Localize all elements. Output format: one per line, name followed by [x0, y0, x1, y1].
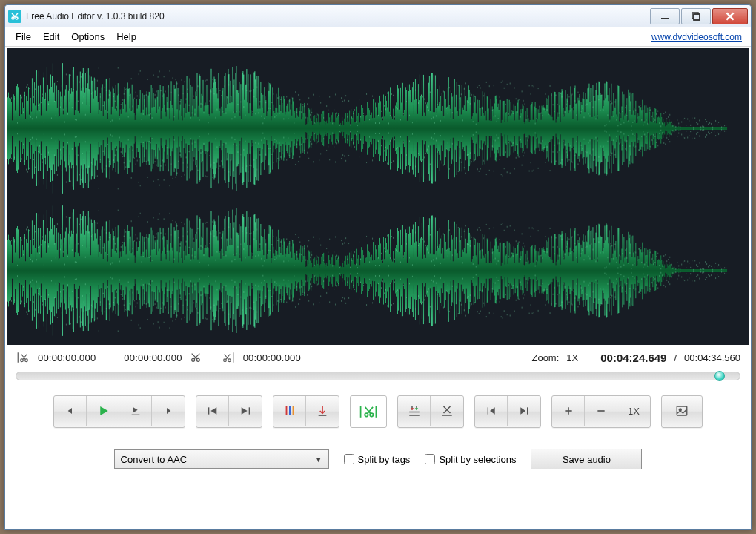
- menubar: File Edit Options Help www.dvdvideosoft.…: [5, 27, 751, 47]
- bottom-row: Convert to AAC ▼ Split by tags Split by …: [5, 438, 751, 484]
- svg-point-10: [223, 359, 226, 362]
- prev-frame-button[interactable]: [54, 396, 87, 426]
- zoom-out-button[interactable]: [585, 396, 617, 426]
- svg-rect-26: [527, 407, 528, 414]
- playhead-cursor: [723, 48, 723, 345]
- convert-format-value: Convert to AAC: [121, 454, 188, 465]
- selection-start-time: 00:00:00.000: [38, 352, 96, 363]
- save-audio-label: Save audio: [563, 454, 611, 465]
- snapshot-button[interactable]: [662, 396, 702, 426]
- cut-selection-button[interactable]: [350, 395, 387, 428]
- next-frame-button[interactable]: [152, 396, 185, 426]
- svg-rect-25: [487, 407, 488, 414]
- svg-rect-2: [661, 18, 669, 19]
- svg-point-8: [191, 358, 194, 361]
- edit-group: [397, 395, 464, 428]
- zoom-in-button[interactable]: [552, 396, 585, 426]
- scissors-icon: [190, 352, 202, 363]
- svg-rect-30: [677, 406, 687, 415]
- split-by-tags-label: Split by tags: [358, 454, 411, 465]
- markers-button[interactable]: [273, 396, 306, 426]
- app-window: Free Audio Editor v. 1.0.3 build 820 Fil…: [4, 4, 752, 530]
- svg-point-20: [365, 413, 368, 417]
- app-icon: [8, 10, 21, 23]
- clip-time: 00:00:00.000: [243, 352, 301, 363]
- skip-group: [196, 395, 262, 428]
- minimize-button[interactable]: [650, 8, 680, 24]
- time-separator: /: [674, 352, 677, 363]
- svg-rect-4: [694, 14, 700, 20]
- zoom-value: 1X: [566, 352, 578, 363]
- timecode-row: 00:00:00.000 00:00:00.000 00:00:00.000 Z…: [5, 345, 751, 367]
- delete-button[interactable]: [431, 396, 463, 426]
- svg-rect-13: [208, 407, 209, 414]
- menu-file[interactable]: File: [10, 30, 37, 44]
- play-selection-button[interactable]: [119, 396, 152, 426]
- skip-forward-button[interactable]: [229, 396, 262, 426]
- skip-back-button[interactable]: [196, 396, 229, 426]
- zoom-level-button[interactable]: 1X: [617, 396, 650, 426]
- add-marker-button[interactable]: [306, 396, 339, 426]
- save-audio-button[interactable]: Save audio: [531, 449, 642, 469]
- close-button[interactable]: [712, 8, 748, 24]
- position-time: 00:04:24.649: [600, 352, 666, 364]
- maximize-button[interactable]: [681, 8, 711, 24]
- zoom-label: Zoom:: [531, 352, 559, 363]
- goto-group: [474, 395, 541, 428]
- goto-start-button[interactable]: [475, 396, 508, 426]
- split-by-selections-input[interactable]: [425, 454, 435, 464]
- svg-point-0: [12, 17, 14, 19]
- svg-rect-3: [692, 13, 698, 19]
- play-button[interactable]: [87, 396, 119, 426]
- split-by-selections-checkbox[interactable]: Split by selections: [425, 454, 516, 465]
- titlebar: Free Audio Editor v. 1.0.3 build 820: [5, 5, 751, 27]
- svg-rect-5: [694, 14, 700, 20]
- split-by-tags-input[interactable]: [344, 454, 354, 464]
- window-title: Free Audio Editor v. 1.0.3 build 820: [26, 11, 650, 22]
- selection-start-icon: [16, 351, 30, 364]
- menu-options[interactable]: Options: [65, 30, 110, 44]
- svg-rect-12: [131, 415, 139, 415]
- vendor-link[interactable]: www.dvdvideosoft.com: [651, 32, 746, 42]
- snapshot-group: [661, 395, 703, 428]
- zoom-group: 1X: [551, 395, 651, 428]
- split-by-selections-label: Split by selections: [439, 454, 516, 465]
- svg-point-11: [228, 359, 231, 362]
- progress-knob[interactable]: [714, 371, 725, 381]
- chevron-down-icon: ▼: [315, 455, 322, 464]
- svg-point-21: [370, 413, 374, 417]
- svg-point-7: [25, 359, 28, 362]
- svg-point-9: [196, 358, 199, 361]
- toolbar: 1X: [5, 385, 751, 438]
- menu-help[interactable]: Help: [110, 30, 142, 44]
- window-controls: [650, 8, 748, 24]
- split-by-tags-checkbox[interactable]: Split by tags: [344, 454, 411, 465]
- svg-point-6: [21, 359, 24, 362]
- marker-group: [273, 395, 339, 428]
- svg-point-31: [679, 409, 681, 411]
- waveform-display[interactable]: [7, 48, 749, 345]
- convert-format-dropdown[interactable]: Convert to AAC ▼: [114, 449, 329, 469]
- playback-group: [53, 395, 185, 428]
- svg-rect-14: [249, 407, 250, 414]
- clip-start-icon: [221, 351, 236, 364]
- goto-end-button[interactable]: [508, 396, 540, 426]
- selection-end-time: 00:00:00.000: [124, 352, 182, 363]
- svg-point-1: [16, 17, 18, 19]
- total-time: 00:04:34.560: [684, 352, 740, 363]
- progress-slider[interactable]: [16, 372, 740, 380]
- menu-edit[interactable]: Edit: [37, 30, 65, 44]
- insert-button[interactable]: [398, 396, 431, 426]
